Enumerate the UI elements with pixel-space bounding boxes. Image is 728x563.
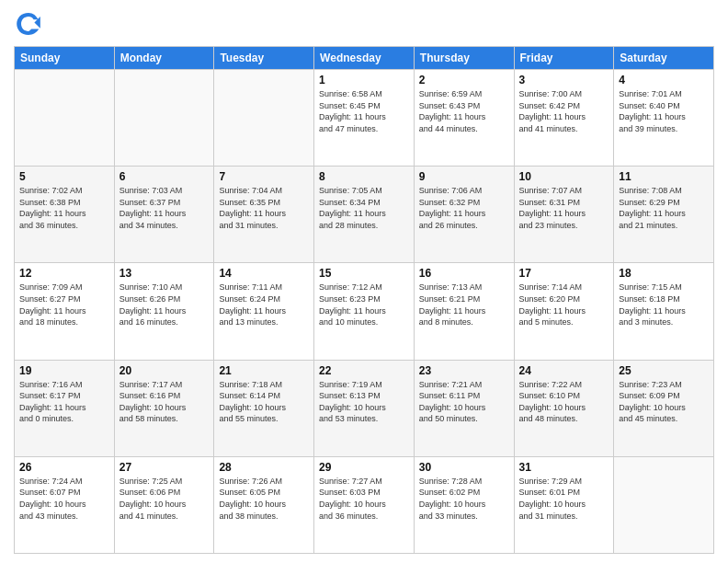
day-info: Sunrise: 7:05 AM Sunset: 6:34 PM Dayligh… [319, 185, 409, 231]
calendar-cell: 31Sunrise: 7:29 AM Sunset: 6:01 PM Dayli… [514, 456, 614, 553]
day-info: Sunrise: 7:06 AM Sunset: 6:32 PM Dayligh… [419, 185, 509, 231]
calendar-cell: 11Sunrise: 7:08 AM Sunset: 6:29 PM Dayli… [614, 167, 714, 263]
day-info: Sunrise: 7:17 AM Sunset: 6:16 PM Dayligh… [119, 379, 210, 425]
calendar-table: Sunday Monday Tuesday Wednesday Thursday… [14, 46, 714, 554]
calendar-cell: 22Sunrise: 7:19 AM Sunset: 6:13 PM Dayli… [314, 360, 415, 456]
day-number: 12 [19, 267, 109, 280]
calendar-cell [15, 70, 115, 167]
day-info: Sunrise: 7:03 AM Sunset: 6:37 PM Dayligh… [119, 185, 210, 231]
calendar-cell: 16Sunrise: 7:13 AM Sunset: 6:21 PM Dayli… [414, 263, 514, 360]
calendar-cell: 7Sunrise: 7:04 AM Sunset: 6:35 PM Daylig… [214, 167, 314, 263]
day-number: 16 [419, 267, 509, 280]
calendar-cell: 8Sunrise: 7:05 AM Sunset: 6:34 PM Daylig… [314, 167, 415, 263]
day-info: Sunrise: 7:16 AM Sunset: 6:17 PM Dayligh… [19, 379, 109, 425]
day-number: 28 [219, 461, 309, 474]
calendar-cell: 17Sunrise: 7:14 AM Sunset: 6:20 PM Dayli… [514, 263, 614, 360]
day-info: Sunrise: 7:26 AM Sunset: 6:05 PM Dayligh… [219, 476, 309, 522]
day-number: 10 [519, 170, 609, 183]
calendar-week-5: 26Sunrise: 7:24 AM Sunset: 6:07 PM Dayli… [15, 456, 714, 553]
col-wednesday: Wednesday [314, 47, 415, 70]
calendar-cell: 10Sunrise: 7:07 AM Sunset: 6:31 PM Dayli… [514, 167, 614, 263]
calendar-cell: 14Sunrise: 7:11 AM Sunset: 6:24 PM Dayli… [214, 263, 314, 360]
day-number: 27 [119, 461, 210, 474]
calendar-cell: 30Sunrise: 7:28 AM Sunset: 6:02 PM Dayli… [414, 456, 514, 553]
calendar-week-3: 12Sunrise: 7:09 AM Sunset: 6:27 PM Dayli… [15, 263, 714, 360]
calendar-cell: 13Sunrise: 7:10 AM Sunset: 6:26 PM Dayli… [114, 263, 214, 360]
calendar-cell: 5Sunrise: 7:02 AM Sunset: 6:38 PM Daylig… [15, 167, 115, 263]
day-info: Sunrise: 7:21 AM Sunset: 6:11 PM Dayligh… [419, 379, 509, 425]
calendar-cell: 6Sunrise: 7:03 AM Sunset: 6:37 PM Daylig… [114, 167, 214, 263]
calendar-cell: 25Sunrise: 7:23 AM Sunset: 6:09 PM Dayli… [614, 360, 714, 456]
day-number: 5 [19, 170, 109, 183]
day-info: Sunrise: 7:09 AM Sunset: 6:27 PM Dayligh… [19, 282, 109, 327]
logo-icon [14, 9, 43, 39]
day-number: 30 [419, 461, 509, 474]
day-number: 22 [319, 364, 409, 377]
day-number: 23 [419, 364, 509, 377]
day-info: Sunrise: 7:18 AM Sunset: 6:14 PM Dayligh… [219, 379, 309, 425]
calendar-cell: 19Sunrise: 7:16 AM Sunset: 6:17 PM Dayli… [15, 360, 115, 456]
day-number: 20 [119, 364, 210, 377]
day-number: 18 [619, 267, 709, 280]
logo [14, 9, 47, 39]
day-info: Sunrise: 7:04 AM Sunset: 6:35 PM Dayligh… [219, 185, 309, 231]
day-info: Sunrise: 7:23 AM Sunset: 6:09 PM Dayligh… [619, 379, 709, 425]
calendar-cell: 21Sunrise: 7:18 AM Sunset: 6:14 PM Dayli… [214, 360, 314, 456]
day-number: 8 [319, 170, 409, 183]
col-friday: Friday [514, 47, 614, 70]
col-tuesday: Tuesday [214, 47, 314, 70]
day-info: Sunrise: 7:22 AM Sunset: 6:10 PM Dayligh… [519, 379, 609, 425]
day-info: Sunrise: 7:11 AM Sunset: 6:24 PM Dayligh… [219, 282, 309, 327]
calendar-cell: 28Sunrise: 7:26 AM Sunset: 6:05 PM Dayli… [214, 456, 314, 553]
day-number: 9 [419, 170, 509, 183]
day-info: Sunrise: 7:13 AM Sunset: 6:21 PM Dayligh… [419, 282, 509, 327]
col-thursday: Thursday [414, 47, 514, 70]
calendar-cell: 29Sunrise: 7:27 AM Sunset: 6:03 PM Dayli… [314, 456, 415, 553]
day-number: 17 [519, 267, 609, 280]
day-number: 15 [319, 267, 409, 280]
day-number: 19 [19, 364, 109, 377]
day-number: 24 [519, 364, 609, 377]
day-number: 13 [119, 267, 210, 280]
day-number: 6 [119, 170, 210, 183]
calendar-cell: 20Sunrise: 7:17 AM Sunset: 6:16 PM Dayli… [114, 360, 214, 456]
header [14, 9, 714, 39]
day-info: Sunrise: 7:08 AM Sunset: 6:29 PM Dayligh… [619, 185, 709, 231]
day-number: 2 [419, 74, 509, 86]
calendar-cell: 9Sunrise: 7:06 AM Sunset: 6:32 PM Daylig… [414, 167, 514, 263]
day-number: 4 [619, 74, 709, 86]
day-info: Sunrise: 7:10 AM Sunset: 6:26 PM Dayligh… [119, 282, 210, 327]
calendar-week-4: 19Sunrise: 7:16 AM Sunset: 6:17 PM Dayli… [15, 360, 714, 456]
calendar-week-2: 5Sunrise: 7:02 AM Sunset: 6:38 PM Daylig… [15, 167, 714, 263]
calendar-week-1: 1Sunrise: 6:58 AM Sunset: 6:45 PM Daylig… [15, 70, 714, 167]
day-info: Sunrise: 7:19 AM Sunset: 6:13 PM Dayligh… [319, 379, 409, 425]
calendar-cell: 24Sunrise: 7:22 AM Sunset: 6:10 PM Dayli… [514, 360, 614, 456]
day-number: 7 [219, 170, 309, 183]
day-number: 1 [319, 74, 409, 86]
day-number: 29 [319, 461, 409, 474]
day-number: 11 [619, 170, 709, 183]
calendar-cell: 3Sunrise: 7:00 AM Sunset: 6:42 PM Daylig… [514, 70, 614, 167]
calendar-cell [114, 70, 214, 167]
day-info: Sunrise: 7:14 AM Sunset: 6:20 PM Dayligh… [519, 282, 609, 327]
calendar-cell: 4Sunrise: 7:01 AM Sunset: 6:40 PM Daylig… [614, 70, 714, 167]
day-info: Sunrise: 7:29 AM Sunset: 6:01 PM Dayligh… [519, 476, 609, 522]
day-number: 25 [619, 364, 709, 377]
day-info: Sunrise: 7:28 AM Sunset: 6:02 PM Dayligh… [419, 476, 509, 522]
calendar-cell: 18Sunrise: 7:15 AM Sunset: 6:18 PM Dayli… [614, 263, 714, 360]
day-info: Sunrise: 7:27 AM Sunset: 6:03 PM Dayligh… [319, 476, 409, 522]
col-saturday: Saturday [614, 47, 714, 70]
day-info: Sunrise: 6:58 AM Sunset: 6:45 PM Dayligh… [319, 88, 409, 134]
day-number: 31 [519, 461, 609, 474]
day-info: Sunrise: 7:00 AM Sunset: 6:42 PM Dayligh… [519, 88, 609, 134]
day-info: Sunrise: 7:25 AM Sunset: 6:06 PM Dayligh… [119, 476, 210, 522]
calendar-cell: 23Sunrise: 7:21 AM Sunset: 6:11 PM Dayli… [414, 360, 514, 456]
day-info: Sunrise: 7:07 AM Sunset: 6:31 PM Dayligh… [519, 185, 609, 231]
calendar-cell: 15Sunrise: 7:12 AM Sunset: 6:23 PM Dayli… [314, 263, 415, 360]
calendar-cell: 2Sunrise: 6:59 AM Sunset: 6:43 PM Daylig… [414, 70, 514, 167]
day-info: Sunrise: 7:12 AM Sunset: 6:23 PM Dayligh… [319, 282, 409, 327]
col-monday: Monday [114, 47, 214, 70]
day-info: Sunrise: 7:24 AM Sunset: 6:07 PM Dayligh… [19, 476, 109, 522]
calendar-cell [214, 70, 314, 167]
day-info: Sunrise: 7:15 AM Sunset: 6:18 PM Dayligh… [619, 282, 709, 327]
